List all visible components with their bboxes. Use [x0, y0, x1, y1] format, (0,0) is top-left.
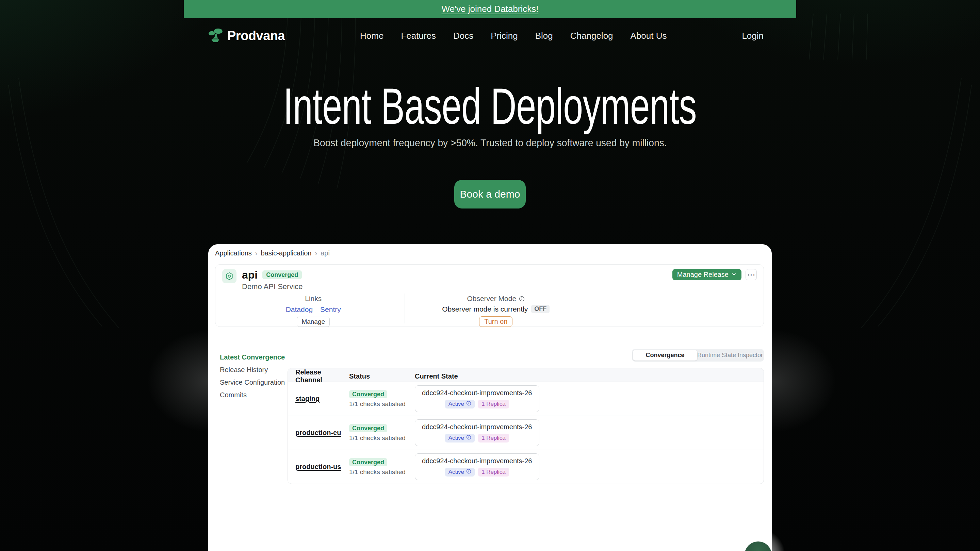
nav-item-home[interactable]: Home [360, 30, 383, 41]
manage-release-label: Manage Release [677, 271, 729, 279]
channel-link-staging[interactable]: staging [295, 395, 320, 402]
replica-badge: 1 Replica [478, 400, 509, 408]
nav-item-changelog[interactable]: Changelog [570, 30, 613, 41]
checks-satisfied-text: 1/1 checks satisfied [349, 434, 415, 442]
service-sidebar: Latest Convergence Release History Servi… [220, 354, 285, 404]
sidebar-item-service-configuration[interactable]: Service Configuration [220, 379, 285, 386]
service-name: api [242, 269, 258, 281]
nav-item-about-us[interactable]: About Us [630, 30, 667, 41]
table-header: Release Channel Status Current State [288, 368, 764, 382]
chevron-right-icon: › [315, 249, 318, 257]
service-actions: Manage Release ⋯ [672, 269, 757, 291]
hero-section: Intent Based Deployments Boost deploymen… [0, 81, 980, 208]
nav-item-blog[interactable]: Blog [535, 30, 553, 41]
current-state-box: ddcc924-checkout-improvements-26 Active [415, 453, 539, 480]
channel-link-production-us[interactable]: production-us [295, 463, 341, 470]
tab-convergence[interactable]: Convergence [633, 350, 697, 360]
column-current-state: Current State [415, 372, 764, 380]
current-state-box: ddcc924-checkout-improvements-26 Active [415, 385, 539, 412]
active-badge[interactable]: Active [445, 468, 475, 476]
active-label: Active [449, 401, 464, 408]
links-section: Links Datadog Sentry Manage [222, 294, 404, 324]
page-title: Intent Based Deployments [283, 81, 697, 132]
announcement-banner: We've joined Databricks! [184, 0, 796, 18]
release-version: ddcc924-checkout-improvements-26 [422, 423, 532, 431]
status-badge: Converged [349, 458, 387, 466]
checks-satisfied-text: 1/1 checks satisfied [349, 400, 415, 408]
sentry-link[interactable]: Sentry [320, 305, 341, 314]
service-hexagon-icon [222, 269, 237, 283]
brand-logo[interactable]: Prodvana [208, 27, 285, 44]
page-background: We've joined Databricks! Prodvana Home F… [0, 0, 980, 551]
sidebar-item-latest-convergence[interactable]: Latest Convergence [220, 354, 285, 360]
book-demo-button[interactable]: Book a demo [454, 180, 526, 208]
checks-satisfied-text: 1/1 checks satisfied [349, 468, 415, 476]
status-badge: Converged [349, 424, 387, 432]
column-status: Status [349, 372, 415, 380]
service-header-panel: api Converged Demo API Service Manage Re… [215, 264, 764, 327]
service-title-block: api Converged Demo API Service [242, 269, 303, 291]
chevron-down-icon [731, 271, 737, 279]
observer-status-line: Observer mode is currently OFF [442, 305, 550, 313]
active-label: Active [449, 435, 464, 441]
manage-release-button[interactable]: Manage Release [672, 269, 741, 280]
release-version: ddcc924-checkout-improvements-26 [422, 457, 532, 465]
column-release-channel: Release Channel [288, 368, 349, 384]
top-navigation: Prodvana Home Features Docs Pricing Blog… [184, 18, 796, 53]
info-icon[interactable] [519, 296, 525, 302]
info-icon [466, 469, 471, 475]
sidebar-item-commits[interactable]: Commits [220, 392, 285, 398]
active-label: Active [449, 469, 464, 475]
active-badge[interactable]: Active [445, 433, 475, 443]
observer-mode-section: Observer Mode Observer mode is currently… [405, 294, 587, 324]
turn-on-button[interactable]: Turn on [479, 316, 512, 327]
release-channel-table: Release Channel Status Current State sta… [288, 368, 764, 484]
info-icon [466, 435, 471, 441]
service-meta-row: Links Datadog Sentry Manage Observer Mod… [222, 294, 587, 324]
active-badge[interactable]: Active [445, 400, 475, 408]
replica-badge: 1 Replica [478, 468, 509, 476]
release-version: ddcc924-checkout-improvements-26 [422, 389, 532, 397]
table-row: production-eu Converged 1/1 checks satis… [288, 416, 764, 450]
observer-off-badge: OFF [531, 305, 550, 313]
chevron-right-icon: › [255, 249, 258, 257]
announcement-link[interactable]: We've joined Databricks! [442, 4, 539, 14]
service-header-row: api Converged Demo API Service Manage Re… [222, 269, 757, 291]
links-label: Links [305, 295, 321, 303]
breadcrumb-basic-application[interactable]: basic-application [261, 249, 312, 257]
current-state-box: ddcc924-checkout-improvements-26 Active [415, 419, 539, 446]
nav-menu: Home Features Docs Pricing Blog Changelo… [360, 30, 667, 41]
links-row: Datadog Sentry [286, 305, 341, 314]
hero-subtitle: Boost deployment frequency by >50%. Trus… [313, 137, 667, 149]
breadcrumb-api: api [321, 249, 330, 257]
datadog-link[interactable]: Datadog [286, 305, 313, 314]
observer-mode-label: Observer Mode [467, 295, 516, 303]
table-row: production-us Converged 1/1 checks satis… [288, 450, 764, 484]
tab-runtime-state-inspector[interactable]: Runtime State Inspector [697, 350, 763, 360]
nav-item-features[interactable]: Features [401, 30, 436, 41]
service-status-badge: Converged [262, 270, 302, 279]
login-link[interactable]: Login [742, 30, 764, 41]
manage-links-button[interactable]: Manage [297, 317, 330, 327]
replica-badge: 1 Replica [478, 433, 509, 443]
sidebar-item-release-history[interactable]: Release History [220, 366, 285, 373]
app-demo-card: Applications › basic-application › api a… [208, 244, 772, 551]
nav-item-docs[interactable]: Docs [453, 30, 473, 41]
breadcrumb-applications[interactable]: Applications [215, 249, 252, 257]
brand-name: Prodvana [227, 29, 285, 43]
status-badge: Converged [349, 390, 387, 398]
nav-item-pricing[interactable]: Pricing [491, 30, 517, 41]
table-row: staging Converged 1/1 checks satisfied d… [288, 382, 764, 416]
breadcrumb: Applications › basic-application › api [215, 249, 330, 257]
more-options-button[interactable]: ⋯ [746, 269, 757, 280]
view-tabs: Convergence Runtime State Inspector [632, 349, 764, 362]
service-description: Demo API Service [242, 282, 303, 291]
observer-status-text: Observer mode is currently [442, 305, 528, 313]
bonsai-logo-icon [208, 27, 223, 44]
channel-link-production-eu[interactable]: production-eu [295, 429, 341, 437]
info-icon [466, 401, 471, 408]
